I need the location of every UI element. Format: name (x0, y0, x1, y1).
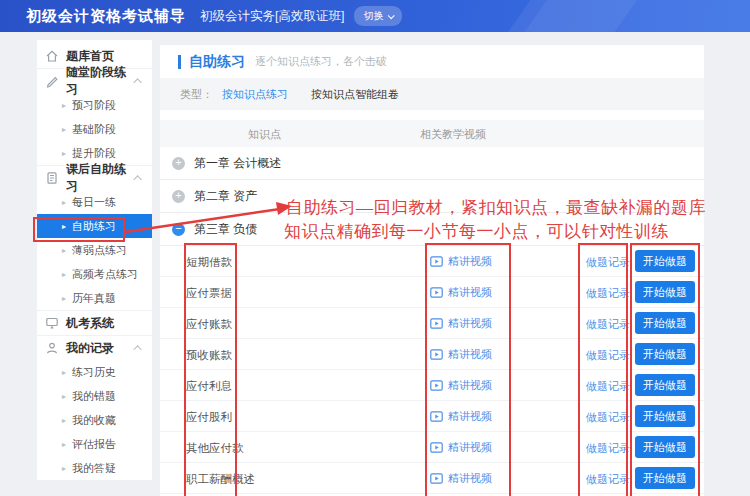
video-link[interactable]: 精讲视频 (430, 254, 492, 269)
video-icon (430, 410, 443, 423)
sidebar-item-past-exam-questions[interactable]: 历年真题 (37, 286, 152, 310)
sidebar-sub-label: 薄弱点练习 (72, 243, 127, 258)
main-content: 自助练习 逐个知识点练习，各个击破 类型： 按知识点练习 按知识点智能组卷 知识… (160, 45, 704, 496)
video-label: 精讲视频 (448, 471, 492, 486)
video-icon (430, 317, 443, 330)
video-link[interactable]: 精讲视频 (430, 316, 492, 331)
sidebar-item-basic-stage[interactable]: 基础阶段 (37, 117, 152, 141)
record-link[interactable]: 做题记录 (586, 286, 630, 301)
start-practice-button[interactable]: 开始做题 (635, 343, 695, 365)
filter-smart-paper[interactable]: 按知识点智能组卷 (311, 87, 399, 102)
lesson-row: 职工薪酬概述 精讲视频 做题记录 开始做题 (160, 463, 704, 494)
video-icon (430, 286, 443, 299)
video-link[interactable]: 精讲视频 (430, 440, 492, 455)
chapter-row-2[interactable]: 第二章 资产 (160, 180, 704, 213)
sidebar-label: 随堂阶段练习 (66, 64, 136, 98)
record-link[interactable]: 做题记录 (586, 255, 630, 270)
sidebar-item-self-practice[interactable]: 自助练习 (37, 214, 152, 238)
sidebar-group-self-practice[interactable]: 课后自助练习 (37, 166, 152, 190)
video-link[interactable]: 精讲视频 (430, 378, 492, 393)
lesson-name: 应付票据 (186, 286, 232, 301)
title-accent-bar (178, 55, 181, 69)
start-practice-button[interactable]: 开始做题 (635, 312, 695, 334)
page-subtitle: 逐个知识点练习，各个击破 (255, 54, 387, 69)
lesson-name: 职工薪酬概述 (186, 472, 255, 487)
video-icon (430, 472, 443, 485)
video-label: 精讲视频 (448, 378, 492, 393)
video-link[interactable]: 精讲视频 (430, 409, 492, 424)
sidebar-item-practice-history[interactable]: 练习历史 (37, 360, 152, 384)
sidebar-item-my-favorites[interactable]: 我的收藏 (37, 408, 152, 432)
brand-title: 初级会计资格考试辅导 (26, 7, 186, 26)
page-title: 自助练习 (189, 53, 245, 71)
lesson-row: 应付账款 精讲视频 做题记录 开始做题 (160, 308, 704, 339)
sidebar-sub-label: 我的答疑 (72, 461, 116, 476)
video-label: 精讲视频 (448, 347, 492, 362)
sidebar-label: 我的记录 (66, 340, 114, 357)
course-name: 初级会计实务[高效取证班] (200, 8, 344, 25)
sidebar-group-stage-practice[interactable]: 随堂阶段练习 (37, 69, 152, 93)
record-link[interactable]: 做题记录 (586, 348, 630, 363)
video-link[interactable]: 精讲视频 (430, 347, 492, 362)
app-header: 初级会计资格考试辅导 初级会计实务[高效取证班] 切换 (0, 0, 750, 32)
video-label: 精讲视频 (448, 316, 492, 331)
sidebar-item-my-questions-answers[interactable]: 我的答疑 (37, 456, 152, 480)
video-icon (430, 348, 443, 361)
table-header: 知识点 相关教学视频 (160, 120, 704, 147)
switch-course-button[interactable]: 切换 (354, 6, 402, 26)
record-link[interactable]: 做题记录 (586, 441, 630, 456)
chevron-up-icon (133, 345, 141, 353)
video-icon (430, 441, 443, 454)
lesson-row: 应付股利 精讲视频 做题记录 开始做题 (160, 401, 704, 432)
chapter-row-3[interactable]: 第三章 负债 (160, 213, 704, 246)
home-icon (45, 49, 59, 63)
sidebar-item-weak-point-practice[interactable]: 薄弱点练习 (37, 238, 152, 262)
sidebar-label: 课后自助练习 (66, 161, 136, 195)
chapter-row-1[interactable]: 第一章 会计概述 (160, 147, 704, 180)
filter-by-knowledge-point[interactable]: 按知识点练习 (222, 87, 288, 102)
record-link[interactable]: 做题记录 (586, 317, 630, 332)
lesson-row: 短期借款 精讲视频 做题记录 开始做题 (160, 246, 704, 277)
lesson-row: 其他应付款 精讲视频 做题记录 开始做题 (160, 432, 704, 463)
start-practice-button[interactable]: 开始做题 (635, 467, 695, 489)
sidebar-label: 机考系统 (66, 315, 114, 332)
lesson-row: 应付票据 精讲视频 做题记录 开始做题 (160, 277, 704, 308)
start-practice-button[interactable]: 开始做题 (635, 374, 695, 396)
type-filter: 类型： 按知识点练习 按知识点智能组卷 (160, 78, 704, 110)
record-link[interactable]: 做题记录 (586, 472, 630, 487)
sidebar-sub-label: 提升阶段 (72, 146, 116, 161)
sidebar-sub-label: 预习阶段 (72, 98, 116, 113)
record-link[interactable]: 做题记录 (586, 410, 630, 425)
sidebar-sub-label: 我的收藏 (72, 413, 116, 428)
notebook-icon (45, 171, 59, 185)
sidebar-sub-label: 评估报告 (72, 437, 116, 452)
column-header-teaching-video: 相关教学视频 (420, 127, 486, 142)
filter-label: 类型： (180, 87, 213, 102)
sidebar-sub-label: 练习历史 (72, 365, 116, 380)
video-icon (430, 379, 443, 392)
lesson-name: 应付账款 (186, 317, 232, 332)
record-link[interactable]: 做题记录 (586, 379, 630, 394)
video-label: 精讲视频 (448, 285, 492, 300)
sidebar-item-my-wrong-questions[interactable]: 我的错题 (37, 384, 152, 408)
sidebar-item-computer-exam-system[interactable]: 机考系统 (37, 311, 152, 335)
sidebar-item-high-frequency-practice[interactable]: 高频考点练习 (37, 262, 152, 286)
video-link[interactable]: 精讲视频 (430, 285, 492, 300)
video-link[interactable]: 精讲视频 (430, 471, 492, 486)
start-practice-button[interactable]: 开始做题 (635, 281, 695, 303)
sidebar-sub-label: 基础阶段 (72, 122, 116, 137)
lesson-row: 应付利息 精讲视频 做题记录 开始做题 (160, 370, 704, 401)
column-header-knowledge-point: 知识点 (248, 127, 281, 142)
start-practice-button[interactable]: 开始做题 (635, 250, 695, 272)
collapse-minus-icon (172, 223, 185, 236)
user-icon (45, 341, 59, 355)
video-icon (430, 255, 443, 268)
lesson-name: 短期借款 (186, 255, 232, 270)
start-practice-button[interactable]: 开始做题 (635, 436, 695, 458)
sidebar-item-evaluation-report[interactable]: 评估报告 (37, 432, 152, 456)
sidebar-group-my-records[interactable]: 我的记录 (37, 336, 152, 360)
lesson-row: 预收账款 精讲视频 做题记录 开始做题 (160, 339, 704, 370)
chapter-label: 第三章 负债 (194, 221, 257, 238)
sidebar-sub-label: 我的错题 (72, 389, 116, 404)
start-practice-button[interactable]: 开始做题 (635, 405, 695, 427)
